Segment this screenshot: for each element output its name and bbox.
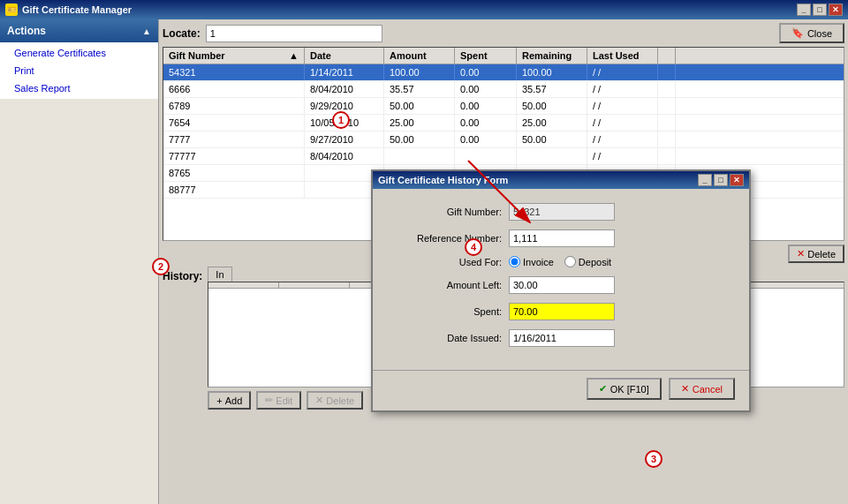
grid-cell: 50.00 <box>384 132 455 147</box>
history-col-2 <box>279 282 350 288</box>
grid-cell: 8/04/2010 <box>305 81 384 97</box>
history-delete-button[interactable]: ✕ Delete <box>307 391 363 410</box>
grid-cell <box>658 115 676 131</box>
table-row[interactable]: 66668/04/201035.570.0035.57/ / <box>163 81 844 98</box>
history-add-button[interactable]: + Add <box>208 391 251 410</box>
grid-cell: / / <box>587 98 658 114</box>
grid-cell: 0.00 <box>455 115 517 131</box>
callout-3: 3 <box>645 450 662 468</box>
sidebar-item-generate[interactable]: Generate Certificates <box>0 44 158 62</box>
grid-cell: 9/27/2010 <box>305 132 384 147</box>
sidebar-items: Generate Certificates Print Sales Report <box>0 42 158 99</box>
edit-icon: ✏ <box>265 395 273 406</box>
history-label: History: <box>163 270 202 282</box>
sidebar-item-print[interactable]: Print <box>0 62 158 79</box>
table-row[interactable]: 765410/05/201025.000.0025.00/ / <box>163 115 844 132</box>
dialog-title: Gift Certificate History Form <box>378 175 508 185</box>
callout-1: 1 <box>332 111 350 129</box>
grid-cell: 54321 <box>163 64 305 80</box>
gift-number-field[interactable] <box>509 203 615 221</box>
date-issued-label: Date Issued: <box>387 333 502 343</box>
col-date: Date <box>305 48 384 64</box>
reference-number-label: Reference Number: <box>387 233 502 244</box>
locate-input[interactable] <box>206 25 382 42</box>
grid-cell <box>517 148 587 164</box>
grid-cell: 50.00 <box>384 98 455 114</box>
spent-field[interactable] <box>509 303 615 320</box>
grid-cell: 0.00 <box>455 64 517 80</box>
date-issued-row: Date Issued: <box>387 329 735 347</box>
grid-cell: 0.00 <box>455 81 517 97</box>
grid-cell: 7777 <box>163 132 305 147</box>
grid-cell <box>384 148 455 164</box>
grid-cell <box>658 81 676 97</box>
grid-cell <box>658 132 676 147</box>
maximize-button[interactable]: □ <box>813 4 827 16</box>
grid-cell: / / <box>587 64 658 80</box>
invoice-radio-option[interactable]: Invoice <box>509 256 554 267</box>
ok-button[interactable]: ✔ OK [F10] <box>587 378 662 400</box>
history-edit-button[interactable]: ✏ Edit <box>256 391 301 410</box>
grid-cell: 88777 <box>163 182 305 198</box>
grid-cell: 6789 <box>163 98 305 114</box>
ok-icon: ✔ <box>599 383 607 395</box>
grid-cell: 100.00 <box>517 64 587 80</box>
table-row[interactable]: 77779/27/201050.000.0050.00/ / <box>163 132 844 148</box>
grid-cell: 35.57 <box>517 81 587 97</box>
grid-cell <box>658 148 676 164</box>
grid-cell: 100.00 <box>384 64 455 80</box>
gift-number-row: Gift Number: <box>387 203 735 221</box>
reference-number-field[interactable] <box>509 229 615 247</box>
grid-cell: 8/04/2010 <box>305 148 384 164</box>
window-close-button[interactable]: ✕ <box>829 4 843 16</box>
callout-2: 2 <box>152 258 170 275</box>
sidebar-item-sales-report[interactable]: Sales Report <box>0 79 158 97</box>
grid-cell: 8765 <box>163 165 305 181</box>
col-gift-number: Gift Number ▲ <box>163 48 305 64</box>
content-area: Locate: 🔖 Close Gift Number ▲ Date Amoun… <box>159 19 848 504</box>
dialog-maximize-button[interactable]: □ <box>714 174 728 186</box>
table-row[interactable]: 777778/04/2010/ / <box>163 148 844 165</box>
history-col-1 <box>208 282 279 288</box>
deposit-radio[interactable] <box>564 256 576 267</box>
grid-header: Gift Number ▲ Date Amount Spent Remainin… <box>163 48 844 64</box>
window-title: Gift Certificate Manager <box>22 4 132 15</box>
amount-left-field[interactable] <box>509 276 615 294</box>
reference-number-row: Reference Number: 4 <box>387 229 735 247</box>
date-issued-field[interactable] <box>509 329 615 347</box>
spent-label: Spent: <box>387 306 502 317</box>
grid-cell <box>455 148 517 164</box>
grid-cell: 25.00 <box>384 115 455 131</box>
grid-cell: / / <box>587 115 658 131</box>
cancel-icon: ✕ <box>681 383 689 395</box>
sidebar-header-label: Actions <box>7 25 46 37</box>
cancel-button[interactable]: ✕ Cancel <box>669 378 735 400</box>
deposit-label: Deposit <box>579 257 611 267</box>
grid-cell: 50.00 <box>517 132 587 147</box>
used-for-row: Used For: Invoice Deposit <box>387 256 735 267</box>
app-icon: 🎫 <box>5 4 18 16</box>
grid-cell: 25.00 <box>517 115 587 131</box>
minimize-button[interactable]: _ <box>797 4 811 16</box>
callout-4: 4 <box>465 238 482 256</box>
dialog-controls: _ □ ✕ <box>698 174 744 186</box>
delete-icon: ✕ <box>797 248 805 260</box>
invoice-radio[interactable] <box>509 256 520 267</box>
grid-cell: 35.57 <box>384 81 455 97</box>
spent-row: Spent: <box>387 303 735 320</box>
sidebar: Actions ▲ Generate Certificates Print Sa… <box>0 19 159 504</box>
table-row[interactable]: 67899/29/201050.000.0050.00/ / <box>163 98 844 115</box>
deposit-radio-option[interactable]: Deposit <box>564 256 611 267</box>
close-button[interactable]: 🔖 Close <box>779 23 844 43</box>
grid-delete-button[interactable]: ✕ Delete <box>788 244 844 263</box>
dialog-body: Gift Number: Reference Number: 4 Used Fo… <box>373 189 749 370</box>
dialog-minimize-button[interactable]: _ <box>698 174 712 186</box>
sidebar-header[interactable]: Actions ▲ <box>0 19 158 42</box>
history-tab-in[interactable]: In <box>208 267 231 282</box>
main-container: Actions ▲ Generate Certificates Print Sa… <box>0 19 848 504</box>
grid-cell: 0.00 <box>455 132 517 147</box>
table-row[interactable]: 543211/14/2011100.000.00100.00/ / <box>163 64 844 81</box>
grid-cell: 1/14/2011 <box>305 64 384 80</box>
dialog-close-button[interactable]: ✕ <box>730 174 744 186</box>
dialog-title-bar: Gift Certificate History Form _ □ ✕ <box>373 171 749 189</box>
